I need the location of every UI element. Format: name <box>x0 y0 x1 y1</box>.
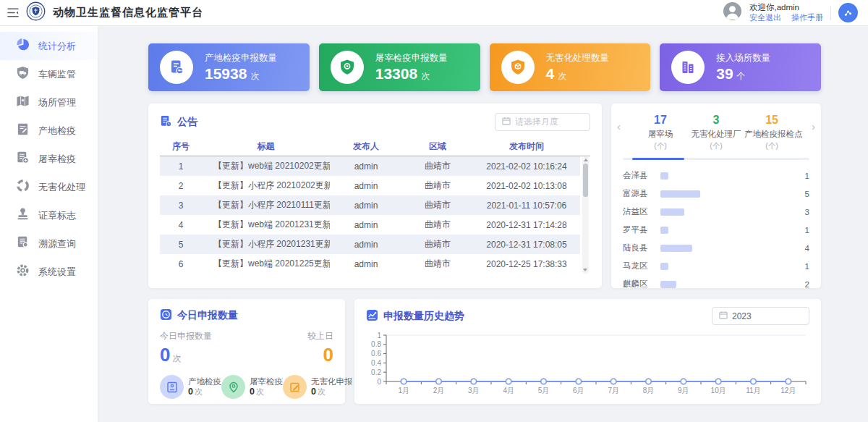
today-item-value: 0 <box>311 387 316 397</box>
svg-text:8月: 8月 <box>643 387 655 394</box>
scrollbar-up-arrow-icon[interactable] <box>584 159 588 161</box>
stat-card-harmless-treatment[interactable]: 无害化处理数量 4次 <box>490 43 651 91</box>
table-row[interactable]: 1【更新】web端 20210202更新公告admin曲靖市2021-02-02… <box>160 156 580 176</box>
table-row[interactable]: 4【更新】web端 20201231更新公告admin曲靖市2020-12-31… <box>160 215 580 235</box>
stamp-icon <box>16 207 30 224</box>
announcement-table-body: 1【更新】web端 20210202更新公告admin曲靖市2021-02-02… <box>160 156 590 274</box>
logout-link[interactable]: 安全退出 <box>749 13 781 22</box>
svg-text:0.6: 0.6 <box>371 350 381 358</box>
county-bar-row: 沾益区3 <box>623 203 809 221</box>
table-row[interactable]: 3【更新】小程序 20210111更新公告admin曲靖市2021-01-11 … <box>160 195 580 215</box>
today-item-unit: 次 <box>318 387 326 396</box>
sidebar-item-system-settings[interactable]: 系统设置 <box>0 258 98 286</box>
stat-card-value: 13308 <box>375 65 417 83</box>
tab-origin-inspection-point[interactable]: 15 产地检疫报检点 (个) <box>744 114 799 151</box>
welcome-text: 欢迎你,admin <box>749 3 823 13</box>
document-pen-icon <box>16 122 30 139</box>
bar-fill <box>660 190 700 198</box>
table-cell: 【更新】小程序 20201231更新公告 <box>202 238 330 250</box>
calendar-icon <box>502 117 511 127</box>
trend-panel: 申报数量历史趋势 2023 10.80.60.40.201月2月3月4月5月6月… <box>354 299 821 404</box>
table-cell: 2020-12-25 17:38:33 <box>473 259 580 269</box>
collapse-menu-icon[interactable] <box>7 8 19 17</box>
sidebar-item-harmless-treatment[interactable]: 无害化处理 <box>0 173 98 201</box>
stat-card-value: 39 <box>716 65 733 83</box>
tab-value: 17 <box>633 114 688 127</box>
svg-text:1月: 1月 <box>398 387 409 394</box>
table-cell: 4 <box>160 220 202 230</box>
sidebar-item-trace-query[interactable]: 溯源查询 <box>0 229 98 258</box>
tab-label: 屠宰场 <box>633 129 688 140</box>
header-divider <box>830 6 831 20</box>
table-cell: 曲靖市 <box>402 160 473 172</box>
bar-value: 2 <box>795 280 809 289</box>
tab-value: 15 <box>744 114 799 127</box>
month-picker-input[interactable]: 请选择月度 <box>495 113 590 131</box>
tab-slaughterhouse[interactable]: 17 屠宰场 (个) <box>633 114 688 151</box>
bar-label: 罗平县 <box>623 224 660 235</box>
table-scrollbar[interactable] <box>582 156 589 274</box>
sidebar-nav: 统计分析 车辆监管 场所管理 产地检疫 屠宰检疫 无害化处理 <box>0 26 98 422</box>
share-network-icon <box>843 7 854 18</box>
share-network-button[interactable] <box>838 3 858 22</box>
top-header: 动物卫生监督信息化监管平台 欢迎你,admin 安全退出 操作手册 <box>0 0 868 26</box>
table-cell: 【更新】小程序 20210202更新公告 <box>202 180 330 192</box>
manual-link[interactable]: 操作手册 <box>791 13 823 22</box>
sidebar-item-origin-quarantine[interactable]: 产地检疫 <box>0 117 98 145</box>
bar-label: 富源县 <box>623 188 660 199</box>
announcement-table-header: 序号 标题 发布人 区域 发布时间 <box>160 138 590 156</box>
svg-text:3月: 3月 <box>468 387 480 394</box>
chevron-right-icon[interactable]: › <box>812 121 815 132</box>
scrollbar-down-arrow-icon[interactable] <box>583 269 587 271</box>
svg-text:12月: 12月 <box>780 387 796 394</box>
year-picker-input[interactable]: 2023 <box>712 307 809 325</box>
table-row[interactable]: 2【更新】小程序 20210202更新公告admin曲靖市2021-02-02 … <box>160 176 580 195</box>
today-count-value: 0 <box>160 344 170 366</box>
table-cell: 2021-02-02 10:13:08 <box>473 181 580 191</box>
county-bar-row: 陆良县4 <box>623 239 809 257</box>
avatar[interactable] <box>723 1 742 24</box>
svg-text:0: 0 <box>377 378 381 386</box>
tab-label: 无害化处理厂 <box>689 129 744 140</box>
tab-harmless-plant[interactable]: 3 无害化处理厂 (个) <box>689 114 744 151</box>
table-cell: 2021-01-11 10:57:06 <box>473 201 580 211</box>
table-cell: 5 <box>160 240 202 250</box>
map-site-icon <box>16 94 30 111</box>
page-title: 动物卫生监督信息化监管平台 <box>53 6 203 20</box>
stat-cards-row: 产地检疫申报数量 15938次 屠宰检疫申报数量 13308次 <box>148 43 821 91</box>
chevron-left-icon[interactable]: ‹ <box>617 121 621 132</box>
bar-value: 1 <box>795 172 809 180</box>
bar-value: 3 <box>795 208 809 216</box>
sidebar-item-vehicle[interactable]: 车辆监管 <box>0 60 98 88</box>
announcement-icon <box>160 115 172 130</box>
edit-pen-icon <box>283 375 307 399</box>
sidebar-item-certificate-badge[interactable]: 证章标志 <box>0 201 98 229</box>
table-cell: 2021-02-02 10:16:24 <box>473 161 580 172</box>
table-cell: admin <box>330 240 402 250</box>
svg-text:0.4: 0.4 <box>371 359 381 367</box>
stat-card-slaughter-quarantine[interactable]: 屠宰检疫申报数量 13308次 <box>319 43 480 91</box>
sidebar-item-slaughter-quarantine[interactable]: 屠宰检疫 <box>0 145 98 173</box>
table-cell: 曲靖市 <box>402 180 473 192</box>
bar-label: 麒麟区 <box>623 279 660 290</box>
county-bar-row: 罗平县1 <box>623 221 809 239</box>
buildings-icon <box>671 51 705 84</box>
sidebar-item-sites[interactable]: 场所管理 <box>0 88 98 117</box>
today-item-label: 屠宰检疫 <box>250 376 283 387</box>
table-cell: admin <box>330 161 402 172</box>
table-row[interactable]: 6【更新】web端 20201225更新公告admin曲靖市2020-12-25… <box>160 254 580 274</box>
vehicle-shield-icon <box>16 66 30 83</box>
table-cell: 3 <box>160 201 202 211</box>
scrollbar-thumb[interactable] <box>583 164 588 197</box>
stat-card-connected-sites[interactable]: 接入场所数量 39个 <box>660 43 821 91</box>
today-count-unit: 次 <box>172 353 181 363</box>
tab-unit: (个) <box>689 141 744 151</box>
bar-track <box>660 281 795 288</box>
line-chart-icon <box>366 309 378 324</box>
sidebar-item-statistics[interactable]: 统计分析 <box>0 32 98 60</box>
county-bar-row: 马龙区1 <box>623 257 809 275</box>
bar-track <box>660 172 795 180</box>
stat-card-origin-quarantine[interactable]: 产地检疫申报数量 15938次 <box>148 43 310 91</box>
table-row[interactable]: 5【更新】小程序 20201231更新公告admin曲靖市2020-12-31 … <box>160 235 580 254</box>
today-item-unit: 次 <box>256 387 264 396</box>
